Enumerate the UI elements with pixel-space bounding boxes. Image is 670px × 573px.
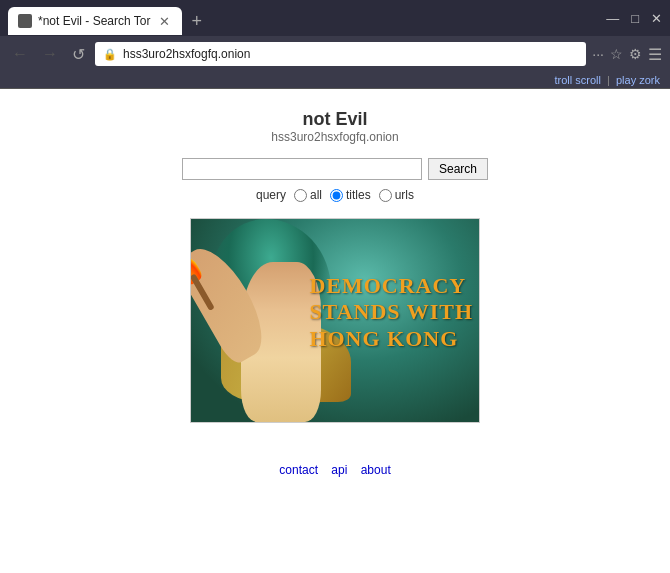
top-links-bar: troll scroll | play zork [0, 72, 670, 89]
forward-button[interactable]: → [38, 43, 62, 65]
filter-urls-label[interactable]: urls [379, 188, 414, 202]
poster-line-3: HONG KONG [309, 326, 473, 352]
new-tab-button[interactable]: + [186, 11, 209, 32]
close-button[interactable]: ✕ [651, 11, 662, 26]
url-text: hss3uro2hsxfogfq.onion [123, 47, 578, 61]
poster-text: DEMOCRACY STANDS WITH HONG KONG [303, 269, 479, 356]
poster-image: DEMOCRACY STANDS WITH HONG KONG [190, 218, 480, 423]
nav-right-controls: ··· ☆ ⚙ ☰ [592, 45, 662, 64]
active-tab[interactable]: *not Evil - Search Tor ✕ [8, 7, 182, 35]
filter-titles-label[interactable]: titles [330, 188, 371, 202]
back-button[interactable]: ← [8, 43, 32, 65]
search-form: Search [182, 158, 488, 180]
link-divider: | [607, 74, 613, 86]
extensions-icon[interactable]: ⚙ [629, 46, 642, 62]
filter-all-radio[interactable] [294, 189, 307, 202]
site-title: not Evil [302, 109, 367, 130]
maximize-button[interactable]: □ [631, 11, 639, 26]
poster-line-1: DEMOCRACY [309, 273, 473, 299]
menu-icon[interactable]: ☰ [648, 45, 662, 64]
lock-icon: 🔒 [103, 48, 117, 61]
address-bar[interactable]: 🔒 hss3uro2hsxfogfq.onion [95, 42, 586, 66]
query-label: query [256, 188, 286, 202]
window-controls: — □ ✕ [606, 11, 662, 32]
footer-links: contact api about [264, 453, 405, 487]
play-zork-link[interactable]: play zork [616, 74, 660, 86]
tab-bar: *not Evil - Search Tor ✕ + — □ ✕ [0, 0, 670, 36]
poster-line-2: STANDS WITH [309, 299, 473, 325]
more-options-button[interactable]: ··· [592, 46, 604, 62]
site-url: hss3uro2hsxfogfq.onion [271, 130, 398, 144]
minimize-button[interactable]: — [606, 11, 619, 26]
page-content: not Evil hss3uro2hsxfogfq.onion Search q… [0, 89, 670, 507]
nav-bar: ← → ↺ 🔒 hss3uro2hsxfogfq.onion ··· ☆ ⚙ ☰ [0, 36, 670, 72]
tab-title: *not Evil - Search Tor [38, 14, 151, 28]
filter-all-label[interactable]: all [294, 188, 322, 202]
search-button[interactable]: Search [428, 158, 488, 180]
api-link[interactable]: api [331, 463, 347, 477]
troll-scroll-link[interactable]: troll scroll [555, 74, 601, 86]
contact-link[interactable]: contact [279, 463, 318, 477]
about-link[interactable]: about [361, 463, 391, 477]
filter-titles-radio[interactable] [330, 189, 343, 202]
search-input[interactable] [182, 158, 422, 180]
bookmark-icon[interactable]: ☆ [610, 46, 623, 62]
filter-row: query all titles urls [256, 188, 414, 202]
browser-chrome: *not Evil - Search Tor ✕ + — □ ✕ ← → ↺ 🔒… [0, 0, 670, 89]
tab-close-button[interactable]: ✕ [157, 14, 172, 29]
filter-urls-radio[interactable] [379, 189, 392, 202]
tab-favicon [18, 14, 32, 28]
refresh-button[interactable]: ↺ [68, 43, 89, 66]
